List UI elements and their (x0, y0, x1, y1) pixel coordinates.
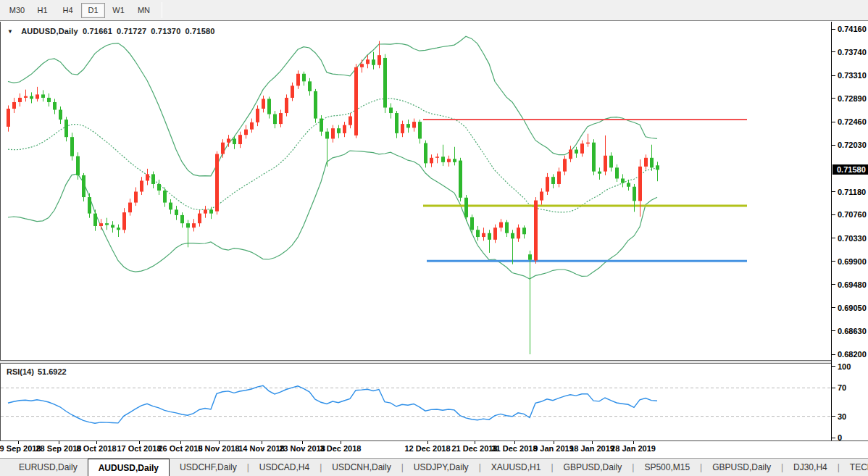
date-axis-label: 23 Nov 2018 (279, 444, 325, 453)
price-axis-label: 0.74160 (838, 25, 867, 33)
date-axis-label: 26 Oct 2018 (158, 444, 202, 453)
price-axis-label: 0.72460 (838, 117, 867, 126)
price-axis-label: 0.71180 (838, 188, 866, 196)
date-axis-label: 9 Jan 2019 (533, 444, 574, 453)
panel-splitter[interactable] (0, 360, 868, 364)
rsi-axis-label: 30 (838, 412, 846, 421)
date-axis-label: 14 Nov 2018 (238, 444, 285, 453)
rsi-axis-tick (832, 416, 835, 417)
chart-title: ▼AUDUSD,Daily0.716610.717270.713700.7158… (7, 27, 215, 36)
date-axis-label: 3 Dec 2018 (320, 444, 362, 453)
price-axis-tick (832, 51, 835, 52)
timeframe-button-d1[interactable]: D1 (81, 3, 105, 18)
rsi-name: RSI(14) (7, 367, 34, 376)
rsi-chart-canvas[interactable] (1, 364, 832, 440)
chart-tab-bar: EURUSD,DailyAUDUSD,DailyUSDCHF,Daily|USD… (0, 458, 868, 476)
chart-tab-usdcad-3[interactable]: USDCAD,H4 (249, 459, 320, 476)
mt4-window: M30H1H4D1W1MN ▼AUDUSD,Daily0.716610.7172… (0, 0, 868, 476)
date-axis-label: 21 Dec 2018 (452, 444, 498, 453)
price-axis-tick (832, 354, 835, 355)
timeframe-button-mn[interactable]: MN (132, 3, 156, 18)
chart-tab-usdchf-2[interactable]: USDCHF,Daily (170, 459, 247, 476)
timeframe-button-h4[interactable]: H4 (56, 3, 80, 18)
price-axis-label: 0.70760 (838, 210, 867, 219)
price-axis-label: 0.69480 (838, 280, 867, 289)
date-axis-label: 5 Nov 2018 (198, 444, 239, 453)
rsi-value: 51.6922 (38, 367, 67, 376)
chart-tab-sp500-8[interactable]: SP500,M15 (634, 459, 700, 476)
price-axis-label: 0.68200 (838, 350, 867, 359)
rsi-axis-tick (832, 388, 835, 388)
date-axis-label: 18 Jan 2019 (569, 444, 614, 453)
chart-open-value: 0.71661 (83, 27, 112, 36)
chart-tab-tech100-11[interactable]: TECH100,H1 (840, 459, 868, 476)
timeframe-button-m30[interactable]: M30 (5, 3, 29, 18)
price-axis-label: 0.69900 (838, 257, 867, 266)
timeframe-button-w1[interactable]: W1 (107, 3, 130, 18)
current-price-badge: 0.71580 (832, 164, 868, 175)
rsi-axis-label: 70 (838, 383, 846, 392)
main-chart-panel[interactable]: ▼AUDUSD,Daily0.716610.717270.713700.7158… (0, 22, 831, 360)
price-axis-tick (832, 284, 835, 285)
candlestick-chart-canvas[interactable] (1, 22, 832, 360)
price-axis-label: 0.73740 (838, 48, 867, 57)
date-axis-label: 28 Sep 2018 (36, 444, 82, 453)
chart-low-value: 0.71370 (151, 27, 180, 36)
date-axis-label: 8 Oct 2018 (76, 444, 116, 453)
timeframe-toolbar: M30H1H4D1W1MN (0, 0, 868, 21)
price-axis-label: 0.68630 (838, 327, 867, 335)
date-axis-label: 28 Jan 2019 (611, 444, 656, 453)
price-axis-label: 0.72890 (838, 94, 867, 103)
chart-tab-eurusd-0[interactable]: EURUSD,Daily (9, 459, 88, 476)
price-axis-tick (832, 145, 835, 146)
price-axis-tick (832, 261, 835, 262)
rsi-axis-label: 100 (838, 362, 851, 371)
chart-tab-xauusd-6[interactable]: XAUUSD,H1 (481, 459, 551, 476)
chart-tab-audusd-1[interactable]: AUDUSD,Daily (88, 459, 170, 476)
price-axis-tick (832, 29, 835, 30)
chart-symbol-label: AUDUSD,Daily (21, 27, 78, 36)
rsi-panel[interactable]: RSI(14)51.6922 (0, 364, 831, 440)
date-axis[interactable]: 19 Sep 201828 Sep 20188 Oct 201817 Oct 2… (0, 441, 868, 458)
rsi-indicator-label: RSI(14)51.6922 (7, 367, 67, 376)
rsi-axis-tick (832, 366, 835, 367)
date-axis-label: 31 Dec 2018 (492, 444, 538, 453)
price-axis[interactable]: 0.741600.737400.733100.728900.724600.720… (831, 22, 868, 440)
date-axis-label: 19 Sep 2018 (0, 444, 41, 453)
price-axis-tick (832, 214, 835, 215)
price-axis-tick (832, 191, 835, 192)
price-axis-tick (832, 98, 835, 99)
price-axis-label: 0.72030 (838, 141, 867, 149)
toolbar-separator (162, 2, 162, 18)
timeframe-button-h1[interactable]: H1 (30, 3, 54, 18)
price-axis-label: 0.70330 (838, 234, 867, 243)
chart-tab-gbpusd-9[interactable]: GBPUSD,Daily (702, 459, 781, 476)
price-axis-tick (832, 75, 835, 76)
chart-tab-usdcnh-4[interactable]: USDCNH,Daily (322, 459, 401, 476)
date-axis-label: 12 Dec 2018 (405, 444, 451, 453)
chart-tab-gbpusd-7[interactable]: GBPUSD,Daily (554, 459, 633, 476)
chart-tab-dj30-10[interactable]: DJ30,H4 (783, 459, 838, 476)
price-axis-tick (832, 122, 835, 122)
chart-close-value: 0.71580 (185, 27, 214, 36)
chart-tab-usdjpy-5[interactable]: USDJPY,Daily (404, 459, 479, 476)
chart-high-value: 0.71727 (117, 27, 146, 36)
rsi-axis-tick (832, 438, 835, 438)
chart-dropdown-caret[interactable]: ▼ (7, 28, 13, 35)
price-axis-tick (832, 330, 835, 331)
price-axis-label: 0.69050 (838, 304, 867, 312)
date-axis-label: 17 Oct 2018 (117, 444, 161, 453)
price-axis-tick (832, 307, 835, 308)
price-axis-label: 0.73310 (838, 71, 867, 80)
price-axis-tick (832, 238, 835, 238)
